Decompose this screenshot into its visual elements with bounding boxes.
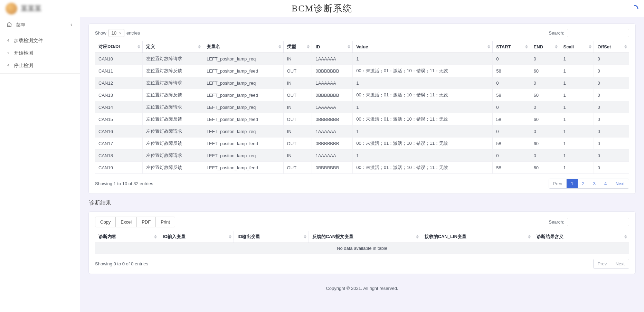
column-header[interactable]: 定义 [142,41,203,53]
table-cell: 0 [493,77,530,89]
column-header[interactable]: 对应DO/DI [95,41,142,53]
column-header[interactable]: 类型 [283,41,312,53]
table-cell: 00：未激活；01：激活；10：错误；11：无效 [353,113,493,125]
table-cell: LEFT_positon_lamp_req [203,101,283,113]
table-cell: IN [283,53,312,65]
table-cell: 0BBBBBBB [312,65,353,77]
table-cell: 1 [353,53,493,65]
column-header-label: IO输出变量 [237,234,260,239]
table-cell: 0 [530,77,560,89]
column-header[interactable]: ID [312,41,353,53]
pdf-button[interactable]: PDF [137,217,156,227]
table-row[interactable]: CAN16左位置灯故障请求LEFT_positon_lamp_reqIN1AAA… [95,125,629,138]
results-page-prev[interactable]: Prev [594,259,612,268]
table-cell: LEFT_positon_lamp_feed [203,138,283,150]
table-cell: 0 [594,77,629,89]
export-button-group: Copy Excel PDF Print [95,217,175,227]
table-row[interactable]: CAN12左位置灯故障请求LEFT_positon_lamp_reqIN1AAA… [95,77,629,89]
sort-icon [304,235,306,239]
table-row[interactable]: CAN18左位置灯故障请求LEFT_positon_lamp_reqIN1AAA… [95,150,629,162]
results-table-search-input[interactable] [567,218,629,226]
column-header[interactable]: 诊断结果含义 [533,231,629,243]
column-header[interactable]: END [530,41,560,53]
results-page-next[interactable]: Next [611,259,629,268]
table-cell: 58 [493,65,530,77]
column-header[interactable]: START [493,41,530,53]
column-header[interactable]: 诊断内容 [95,231,159,243]
table-cell: LEFT_positon_lamp_feed [203,113,283,125]
column-header-label: START [496,44,511,49]
table-cell: 58 [493,162,530,174]
table-cell: 0BBBBBBB [312,138,353,150]
sort-icon [278,45,281,49]
results-table: 诊断内容IO输入变量IO输出变量反馈的CAN报文变量接收的CAN_LIN变量诊断… [95,231,629,254]
page-number[interactable]: 3 [589,179,600,188]
page-prev[interactable]: Prev [549,179,567,188]
main-table-search-input[interactable] [567,29,629,37]
results-table-search: Search: [549,218,629,226]
page-length-value: 10 [112,30,116,36]
results-table-bottom: Showing 0 to 0 of 0 entries Prev Next [95,259,629,269]
table-cell: 0 [594,89,629,101]
results-empty-row: No data available in table [95,243,629,254]
sidebar-item-stop[interactable]: 停止检测 [0,59,80,72]
logo-area: 某某某 [6,3,41,15]
table-row[interactable]: CAN10左位置灯故障请求LEFT_positon_lamp_reqIN1AAA… [95,53,629,65]
sort-icon [555,45,558,49]
column-header-label: 变量名 [207,44,220,49]
sort-icon [348,45,350,49]
table-row[interactable]: CAN19左位置灯故障反馈LEFT_positon_lamp_feedOUT0B… [95,162,629,174]
page-number[interactable]: 1 [567,179,578,188]
column-header-label: 对应DO/DI [98,44,120,49]
table-cell: 0 [530,150,560,162]
results-table-pagination: Prev Next [593,259,629,269]
excel-button[interactable]: Excel [116,217,137,227]
table-cell: IN [283,150,312,162]
sort-icon [416,235,419,239]
table-cell: 0BBBBBBB [312,89,353,101]
sidebar-item-load-file[interactable]: 加载检测文件 [0,35,80,47]
column-header[interactable]: Scali [560,41,594,53]
column-header-label: 诊断内容 [98,234,116,239]
column-header[interactable]: 反馈的CAN报文变量 [309,231,421,243]
table-cell: LEFT_positon_lamp_req [203,53,283,65]
table-cell: 0 [594,150,629,162]
page-next[interactable]: Next [611,179,629,188]
column-header-label: 接收的CAN_LIN变量 [425,234,466,239]
column-header[interactable]: 接收的CAN_LIN变量 [421,231,533,243]
column-header[interactable]: OffSet [594,41,629,53]
table-cell: 1 [560,101,594,113]
results-table-body: No data available in table [95,243,629,254]
table-cell: 60 [530,65,560,77]
table-row[interactable]: CAN15左位置灯故障反馈LEFT_positon_lamp_feedOUT0B… [95,113,629,125]
sidebar-menu-header[interactable]: 菜單 [0,17,80,33]
table-cell: OUT [283,65,312,77]
column-header-label: ID [315,44,320,49]
column-header[interactable]: Value [353,41,493,53]
copy-button[interactable]: Copy [95,217,116,227]
length-suffix: entries [126,30,140,36]
table-row[interactable]: CAN11左位置灯故障反馈LEFT_positon_lamp_feedOUT0B… [95,65,629,77]
table-row[interactable]: CAN14左位置灯故障请求LEFT_positon_lamp_reqIN1AAA… [95,101,629,113]
column-header[interactable]: IO输出变量 [234,231,309,243]
page-number[interactable]: 4 [600,179,611,188]
results-table-head: 诊断内容IO输入变量IO输出变量反馈的CAN报文变量接收的CAN_LIN变量诊断… [95,231,629,243]
column-header[interactable]: 变量名 [203,41,283,53]
table-cell: 左位置灯故障请求 [142,53,203,65]
print-button[interactable]: Print [156,217,175,227]
content-area[interactable]: Show 10 entries Search: [80,17,644,312]
page-length-select[interactable]: 10 [108,29,124,37]
sort-icon [307,45,310,49]
table-row[interactable]: CAN17左位置灯故障反馈LEFT_positon_lamp_feedOUT0B… [95,138,629,150]
table-cell: 00：未激活；01：激活；10：错误；11：无效 [353,138,493,150]
table-row[interactable]: CAN13左位置灯故障反馈LEFT_positon_lamp_feedOUT0B… [95,89,629,101]
column-header-label: 类型 [287,44,296,49]
sort-icon [525,45,528,49]
page-number[interactable]: 2 [578,179,589,188]
column-header[interactable]: IO输入变量 [159,231,234,243]
sidebar-item-start[interactable]: 开始检测 [0,47,80,59]
column-header-label: 诊断结果含义 [537,234,564,239]
table-cell: 0 [530,53,560,65]
sidebar-menu-title: 菜單 [16,22,26,28]
table-cell: 0 [594,101,629,113]
